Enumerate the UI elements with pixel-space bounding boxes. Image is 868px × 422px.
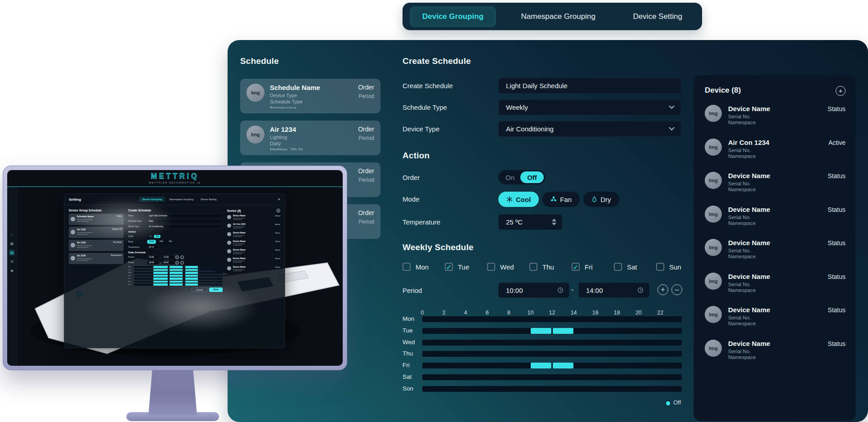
- schedule-card-info: Schedule Name Device Type Schedule Type …: [270, 84, 358, 108]
- schedule-card[interactable]: Img Air 1234 Lighting Daily Metthier, 7t…: [240, 121, 380, 155]
- day-checkbox-fri[interactable]: ✓ Fri: [572, 263, 614, 271]
- mini-schedule-card[interactable]: Air 1234 Temperature: [69, 253, 124, 264]
- mini-period-start[interactable]: 13:00: [147, 255, 159, 259]
- mini-order-toggle[interactable]: On Off: [147, 234, 161, 238]
- device-serial: Serial No.: [728, 315, 751, 320]
- device-serial: Serial No.: [728, 248, 751, 253]
- device-list-item[interactable]: Img Device Name Serial No. Namespace Sta…: [705, 206, 846, 229]
- order-toggle[interactable]: On Off: [498, 170, 545, 184]
- day-checkbox-thu[interactable]: Thu: [529, 263, 572, 271]
- device-list-item[interactable]: Img Device Name Serial No. Namespace Sta…: [705, 306, 846, 329]
- schedule-card-line: Daily: [270, 140, 358, 147]
- chart-schedule-bar: [553, 363, 573, 368]
- schedule-card[interactable]: Img Schedule Name Device Type Schedule T…: [240, 79, 380, 113]
- schedule-type-select[interactable]: Weekly: [498, 99, 681, 115]
- mini-add-period-button[interactable]: +: [175, 256, 179, 259]
- mini-device-item[interactable]: Device Name Status: [227, 240, 280, 247]
- device-list-item[interactable]: Img Air Con 1234 Serial No. Namespace Ac…: [705, 139, 846, 162]
- chart-x-tick: 12: [549, 310, 555, 316]
- device-list-item[interactable]: Img Device Name Serial No. Namespace Sta…: [705, 340, 846, 363]
- mode-dry-button[interactable]: Dry: [583, 192, 619, 207]
- mini-device-item[interactable]: Device Name Status: [227, 231, 280, 238]
- design-canvas: Device Grouping Namespace Grouping Devic…: [0, 0, 868, 422]
- period-end-input[interactable]: 14:00: [578, 283, 649, 298]
- mini-mode-fan[interactable]: Fan: [157, 240, 166, 244]
- day-checkbox-mon[interactable]: Mon: [403, 263, 445, 271]
- device-list-item[interactable]: Img Device Name Serial No. Namespace Sta…: [705, 239, 846, 262]
- day-checkbox-tue[interactable]: ✓ Tue: [445, 263, 487, 271]
- checkbox-icon: [656, 263, 664, 271]
- period-start-input[interactable]: 10:00: [498, 283, 569, 298]
- mini-mode-cool[interactable]: Cool: [147, 240, 156, 244]
- settings-gear-icon[interactable]: ⚙: [9, 259, 15, 265]
- mini-save-button[interactable]: Save: [209, 287, 223, 292]
- schedule-card-line: Namespace: [270, 105, 358, 108]
- create-schedule-title: Create Schedule: [403, 56, 471, 66]
- grid-icon[interactable]: ▦: [9, 241, 15, 247]
- mini-schedule-card[interactable]: Schedule Name Order: [69, 214, 124, 225]
- mini-form-input[interactable]: Daily: [147, 219, 223, 223]
- mini-form-input[interactable]: Air Conditioning: [147, 224, 223, 229]
- mini-form-input[interactable]: Light Daily Schedule: [147, 214, 223, 218]
- mini-avatar: [227, 241, 231, 245]
- weekday-checkbox-row: Mon ✓ Tue Wed Thu ✓ Fri Sat Sun: [403, 263, 698, 271]
- mini-add-period-button[interactable]: +: [175, 261, 179, 265]
- day-checkbox-wed[interactable]: Wed: [487, 263, 529, 271]
- checkbox-icon: [487, 263, 495, 271]
- mini-device-item[interactable]: Device Name Status: [227, 257, 280, 264]
- mini-device-item[interactable]: Device Name Status: [227, 214, 280, 221]
- mini-tab-device-setting[interactable]: Device Setting: [197, 197, 219, 202]
- target-icon[interactable]: ◉: [9, 268, 15, 274]
- mini-device-item[interactable]: Device Name Status: [227, 265, 280, 273]
- mini-tab-namespace-grouping[interactable]: Namespace Grouping: [166, 197, 197, 202]
- tab-device-setting[interactable]: Device Setting: [620, 6, 695, 27]
- add-device-button[interactable]: +: [836, 86, 846, 96]
- remove-period-button[interactable]: –: [671, 284, 682, 295]
- device-list-item[interactable]: Img Device Name Serial No. Namespace Sta…: [705, 273, 846, 296]
- mini-tab-device-grouping[interactable]: Device Grouping: [139, 197, 165, 202]
- layers-icon[interactable]: ▤: [9, 250, 15, 256]
- mini-device-item[interactable]: Air Con 1234 Active: [227, 223, 280, 230]
- day-checkbox-sun[interactable]: Sun: [656, 263, 698, 271]
- mini-add-device-button[interactable]: +: [277, 209, 280, 212]
- day-checkbox-sat[interactable]: Sat: [614, 263, 656, 271]
- schedule-card-line: Lighting: [270, 134, 358, 140]
- mini-remove-period-button[interactable]: –: [180, 261, 184, 265]
- mini-device-title: Device (8): [227, 209, 241, 212]
- mini-action-title: Action: [128, 230, 223, 233]
- stepper-arrows-icon[interactable]: [552, 219, 556, 225]
- tab-namespace-grouping[interactable]: Namespace Grouping: [509, 6, 608, 27]
- mini-period-end[interactable]: 09:00: [162, 260, 174, 265]
- home-icon[interactable]: ⌂: [9, 232, 15, 238]
- schedule-name-input[interactable]: Light Daily Schedule: [498, 78, 681, 94]
- mini-cancel-button[interactable]: Cancel: [192, 287, 208, 292]
- schedule-card-period: Period: [358, 219, 374, 225]
- mini-period-end[interactable]: 13:00: [162, 255, 174, 259]
- mini-mode-dry[interactable]: Dry: [167, 240, 174, 244]
- clock-icon: [637, 287, 644, 293]
- mode-fan-button[interactable]: Fan: [542, 192, 580, 207]
- checkbox-icon: [403, 263, 411, 271]
- mode-cool-button[interactable]: Cool: [498, 192, 539, 207]
- mini-daily-schedule-title: Daily Schedule: [128, 251, 223, 254]
- tab-device-grouping[interactable]: Device Grouping: [410, 6, 496, 27]
- snowflake-icon: [506, 196, 513, 202]
- mini-temperature-input[interactable]: 25 ºC: [147, 245, 159, 249]
- mini-device-item[interactable]: Device Name Status: [227, 248, 280, 256]
- device-item-list: Img Device Name Serial No. Namespace Sta…: [694, 105, 856, 420]
- add-period-button[interactable]: +: [658, 284, 668, 295]
- device-list-item[interactable]: Img Device Name Serial No. Namespace Sta…: [705, 172, 846, 195]
- device-list-item[interactable]: Img Device Name Serial No. Namespace Sta…: [705, 105, 846, 128]
- schedule-type-value: Weekly: [506, 103, 528, 111]
- order-off-option[interactable]: Off: [520, 171, 544, 183]
- order-on-option[interactable]: On: [500, 174, 520, 181]
- mini-period-start[interactable]: 18:00: [147, 260, 159, 265]
- close-icon[interactable]: ×: [278, 197, 280, 202]
- mini-schedule-card[interactable]: Air 1234 Device Off: [69, 227, 124, 238]
- device-type-select[interactable]: Air Conditioning: [498, 121, 681, 137]
- mini-schedule-card[interactable]: Air 1234 Dry Mode: [69, 240, 124, 251]
- mini-avatar: [227, 258, 231, 262]
- device-status: Active: [828, 139, 846, 146]
- mini-remove-period-button[interactable]: –: [180, 256, 184, 259]
- temperature-stepper[interactable]: 25 ºC: [498, 214, 562, 230]
